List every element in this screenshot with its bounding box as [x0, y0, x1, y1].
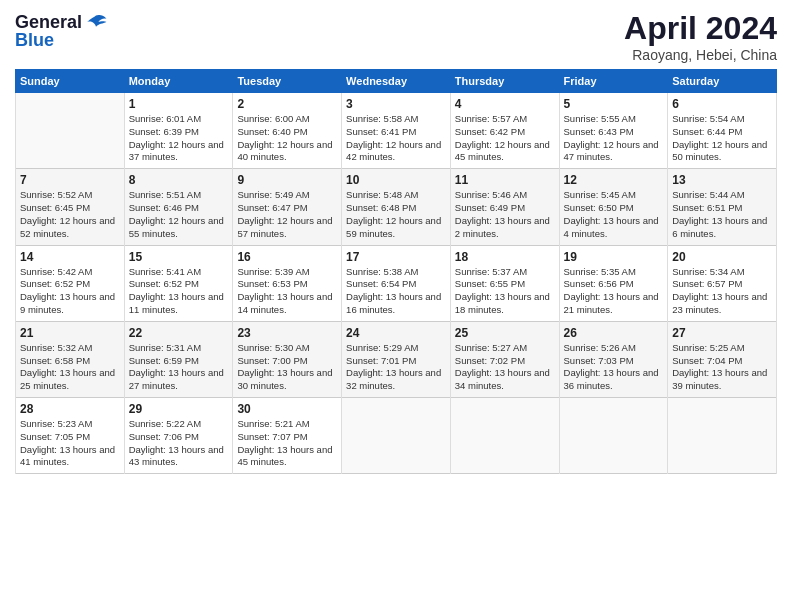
- day-info: Sunrise: 5:48 AMSunset: 6:48 PMDaylight:…: [346, 189, 446, 240]
- day-number: 10: [346, 173, 446, 187]
- day-info: Sunrise: 5:25 AMSunset: 7:04 PMDaylight:…: [672, 342, 772, 393]
- day-cell: 14 Sunrise: 5:42 AMSunset: 6:52 PMDaylig…: [16, 245, 125, 321]
- day-number: 25: [455, 326, 555, 340]
- day-number: 12: [564, 173, 664, 187]
- day-info: Sunrise: 5:23 AMSunset: 7:05 PMDaylight:…: [20, 418, 120, 469]
- day-info: Sunrise: 5:55 AMSunset: 6:43 PMDaylight:…: [564, 113, 664, 164]
- day-cell: 6 Sunrise: 5:54 AMSunset: 6:44 PMDayligh…: [668, 93, 777, 169]
- day-number: 27: [672, 326, 772, 340]
- day-number: 2: [237, 97, 337, 111]
- day-number: 7: [20, 173, 120, 187]
- day-number: 1: [129, 97, 229, 111]
- day-cell: 12 Sunrise: 5:45 AMSunset: 6:50 PMDaylig…: [559, 169, 668, 245]
- day-info: Sunrise: 5:21 AMSunset: 7:07 PMDaylight:…: [237, 418, 337, 469]
- day-cell: 8 Sunrise: 5:51 AMSunset: 6:46 PMDayligh…: [124, 169, 233, 245]
- week-row-0: 1 Sunrise: 6:01 AMSunset: 6:39 PMDayligh…: [16, 93, 777, 169]
- weekday-header-row: SundayMondayTuesdayWednesdayThursdayFrid…: [16, 70, 777, 93]
- day-cell: 19 Sunrise: 5:35 AMSunset: 6:56 PMDaylig…: [559, 245, 668, 321]
- day-cell: 9 Sunrise: 5:49 AMSunset: 6:47 PMDayligh…: [233, 169, 342, 245]
- day-cell: 7 Sunrise: 5:52 AMSunset: 6:45 PMDayligh…: [16, 169, 125, 245]
- day-cell: 1 Sunrise: 6:01 AMSunset: 6:39 PMDayligh…: [124, 93, 233, 169]
- day-cell: 10 Sunrise: 5:48 AMSunset: 6:48 PMDaylig…: [342, 169, 451, 245]
- day-info: Sunrise: 5:58 AMSunset: 6:41 PMDaylight:…: [346, 113, 446, 164]
- day-cell: 21 Sunrise: 5:32 AMSunset: 6:58 PMDaylig…: [16, 321, 125, 397]
- day-info: Sunrise: 5:45 AMSunset: 6:50 PMDaylight:…: [564, 189, 664, 240]
- logo-bird-icon: [84, 10, 108, 34]
- day-number: 6: [672, 97, 772, 111]
- day-info: Sunrise: 5:27 AMSunset: 7:02 PMDaylight:…: [455, 342, 555, 393]
- day-info: Sunrise: 5:22 AMSunset: 7:06 PMDaylight:…: [129, 418, 229, 469]
- day-info: Sunrise: 5:26 AMSunset: 7:03 PMDaylight:…: [564, 342, 664, 393]
- day-cell: 17 Sunrise: 5:38 AMSunset: 6:54 PMDaylig…: [342, 245, 451, 321]
- weekday-header-tuesday: Tuesday: [233, 70, 342, 93]
- title-block: April 2024 Raoyang, Hebei, China: [624, 10, 777, 63]
- day-cell: 13 Sunrise: 5:44 AMSunset: 6:51 PMDaylig…: [668, 169, 777, 245]
- day-info: Sunrise: 5:52 AMSunset: 6:45 PMDaylight:…: [20, 189, 120, 240]
- weekday-header-wednesday: Wednesday: [342, 70, 451, 93]
- day-cell: [342, 398, 451, 474]
- day-cell: 23 Sunrise: 5:30 AMSunset: 7:00 PMDaylig…: [233, 321, 342, 397]
- day-cell: [668, 398, 777, 474]
- day-cell: [559, 398, 668, 474]
- day-cell: 5 Sunrise: 5:55 AMSunset: 6:43 PMDayligh…: [559, 93, 668, 169]
- day-number: 20: [672, 250, 772, 264]
- day-number: 28: [20, 402, 120, 416]
- day-cell: 15 Sunrise: 5:41 AMSunset: 6:52 PMDaylig…: [124, 245, 233, 321]
- day-cell: 29 Sunrise: 5:22 AMSunset: 7:06 PMDaylig…: [124, 398, 233, 474]
- day-cell: 26 Sunrise: 5:26 AMSunset: 7:03 PMDaylig…: [559, 321, 668, 397]
- day-number: 24: [346, 326, 446, 340]
- subtitle: Raoyang, Hebei, China: [624, 47, 777, 63]
- calendar-container: General Blue April 2024 Raoyang, Hebei, …: [0, 0, 792, 484]
- day-number: 9: [237, 173, 337, 187]
- week-row-3: 21 Sunrise: 5:32 AMSunset: 6:58 PMDaylig…: [16, 321, 777, 397]
- day-info: Sunrise: 6:01 AMSunset: 6:39 PMDaylight:…: [129, 113, 229, 164]
- day-info: Sunrise: 5:39 AMSunset: 6:53 PMDaylight:…: [237, 266, 337, 317]
- day-info: Sunrise: 5:41 AMSunset: 6:52 PMDaylight:…: [129, 266, 229, 317]
- logo: General Blue: [15, 10, 108, 51]
- day-info: Sunrise: 5:57 AMSunset: 6:42 PMDaylight:…: [455, 113, 555, 164]
- weekday-header-sunday: Sunday: [16, 70, 125, 93]
- day-number: 22: [129, 326, 229, 340]
- day-info: Sunrise: 5:34 AMSunset: 6:57 PMDaylight:…: [672, 266, 772, 317]
- day-cell: 16 Sunrise: 5:39 AMSunset: 6:53 PMDaylig…: [233, 245, 342, 321]
- day-cell: 2 Sunrise: 6:00 AMSunset: 6:40 PMDayligh…: [233, 93, 342, 169]
- day-info: Sunrise: 6:00 AMSunset: 6:40 PMDaylight:…: [237, 113, 337, 164]
- week-row-4: 28 Sunrise: 5:23 AMSunset: 7:05 PMDaylig…: [16, 398, 777, 474]
- day-cell: 18 Sunrise: 5:37 AMSunset: 6:55 PMDaylig…: [450, 245, 559, 321]
- day-info: Sunrise: 5:46 AMSunset: 6:49 PMDaylight:…: [455, 189, 555, 240]
- day-info: Sunrise: 5:29 AMSunset: 7:01 PMDaylight:…: [346, 342, 446, 393]
- weekday-header-saturday: Saturday: [668, 70, 777, 93]
- day-info: Sunrise: 5:54 AMSunset: 6:44 PMDaylight:…: [672, 113, 772, 164]
- day-cell: 3 Sunrise: 5:58 AMSunset: 6:41 PMDayligh…: [342, 93, 451, 169]
- day-number: 19: [564, 250, 664, 264]
- weekday-header-thursday: Thursday: [450, 70, 559, 93]
- day-number: 29: [129, 402, 229, 416]
- day-number: 4: [455, 97, 555, 111]
- day-cell: 24 Sunrise: 5:29 AMSunset: 7:01 PMDaylig…: [342, 321, 451, 397]
- day-cell: 30 Sunrise: 5:21 AMSunset: 7:07 PMDaylig…: [233, 398, 342, 474]
- day-number: 17: [346, 250, 446, 264]
- day-number: 15: [129, 250, 229, 264]
- day-number: 23: [237, 326, 337, 340]
- calendar-table: SundayMondayTuesdayWednesdayThursdayFrid…: [15, 69, 777, 474]
- day-info: Sunrise: 5:35 AMSunset: 6:56 PMDaylight:…: [564, 266, 664, 317]
- day-info: Sunrise: 5:38 AMSunset: 6:54 PMDaylight:…: [346, 266, 446, 317]
- day-info: Sunrise: 5:44 AMSunset: 6:51 PMDaylight:…: [672, 189, 772, 240]
- day-number: 16: [237, 250, 337, 264]
- weekday-header-monday: Monday: [124, 70, 233, 93]
- day-number: 5: [564, 97, 664, 111]
- header: General Blue April 2024 Raoyang, Hebei, …: [15, 10, 777, 63]
- day-number: 30: [237, 402, 337, 416]
- day-cell: [16, 93, 125, 169]
- day-cell: 20 Sunrise: 5:34 AMSunset: 6:57 PMDaylig…: [668, 245, 777, 321]
- main-title: April 2024: [624, 10, 777, 47]
- day-info: Sunrise: 5:51 AMSunset: 6:46 PMDaylight:…: [129, 189, 229, 240]
- day-info: Sunrise: 5:37 AMSunset: 6:55 PMDaylight:…: [455, 266, 555, 317]
- day-number: 21: [20, 326, 120, 340]
- day-info: Sunrise: 5:30 AMSunset: 7:00 PMDaylight:…: [237, 342, 337, 393]
- day-info: Sunrise: 5:32 AMSunset: 6:58 PMDaylight:…: [20, 342, 120, 393]
- day-cell: 4 Sunrise: 5:57 AMSunset: 6:42 PMDayligh…: [450, 93, 559, 169]
- week-row-2: 14 Sunrise: 5:42 AMSunset: 6:52 PMDaylig…: [16, 245, 777, 321]
- day-number: 14: [20, 250, 120, 264]
- day-number: 8: [129, 173, 229, 187]
